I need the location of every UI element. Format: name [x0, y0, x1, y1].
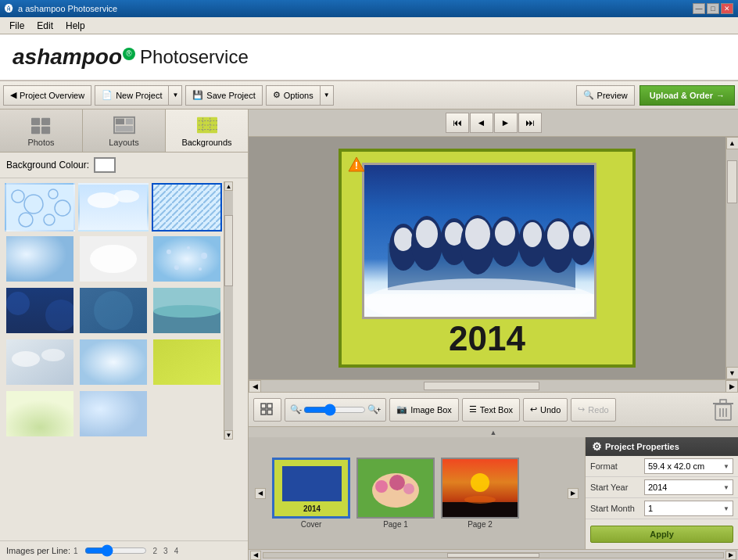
title-bar: 🅐 a ashampoo Photoservice — □ ✕: [0, 0, 738, 17]
redo-button[interactable]: ↪ Redo: [571, 398, 615, 422]
new-project-button[interactable]: 📄 New Project: [95, 85, 169, 106]
filmstrip-item-page1[interactable]: ! Page 1: [356, 458, 435, 529]
undo-button[interactable]: ↩ Undo: [523, 398, 568, 422]
close-button[interactable]: ✕: [721, 3, 733, 14]
svg-point-29: [90, 245, 137, 273]
grid-button[interactable]: [253, 398, 281, 422]
background-item[interactable]: [5, 235, 75, 283]
apply-button[interactable]: Apply: [590, 526, 733, 543]
svg-rect-27: [6, 236, 73, 282]
page2-label: Page 2: [441, 520, 519, 529]
start-month-select[interactable]: 1 ▼: [644, 501, 733, 516]
backgrounds-tab-label: Backgrounds: [169, 138, 245, 147]
background-item[interactable]: [78, 286, 149, 335]
minimize-button[interactable]: —: [693, 3, 705, 14]
filmstrip-expand[interactable]: ▲: [249, 426, 738, 437]
filmstrip-scroll-thumb[interactable]: [447, 553, 539, 558]
svg-rect-5: [115, 119, 124, 124]
background-item[interactable]: [152, 235, 222, 283]
nav-last-button[interactable]: ⏭: [518, 113, 542, 133]
format-select[interactable]: 59.4 x 42.0 cm ▼: [644, 458, 733, 474]
upload-order-button[interactable]: Upload & Order →: [639, 85, 735, 106]
project-overview-label: Project Overview: [20, 91, 84, 100]
scroll-up[interactable]: ▲: [726, 137, 739, 149]
background-item[interactable]: [78, 389, 149, 438]
gear-icon: ⚙: [592, 440, 602, 453]
horizontal-scrollbar[interactable]: ◀ ▶: [249, 379, 738, 392]
nav-first-button[interactable]: ⏮: [446, 113, 469, 133]
project-properties-panel: ⚙ Project Properties Format 59.4 x 42.0 …: [585, 437, 738, 549]
menu-help[interactable]: Help: [59, 19, 91, 33]
background-item[interactable]: [152, 338, 222, 386]
app-title: a ashampoo Photoservice: [18, 4, 117, 13]
zoom-in-plus[interactable]: +: [377, 406, 381, 414]
new-project-icon: 📄: [102, 90, 113, 100]
scroll-track[interactable]: [726, 149, 738, 367]
background-item[interactable]: [5, 286, 75, 335]
search-icon: 🔍: [583, 90, 594, 100]
filmstrip-scroll-track[interactable]: [263, 552, 724, 558]
scroll-up-arrow[interactable]: ▲: [224, 181, 233, 191]
svg-point-99: [471, 473, 489, 492]
project-overview-button[interactable]: ◀ Project Overview: [3, 85, 91, 106]
filmstrip-scroll-left-bar[interactable]: ◀: [250, 551, 261, 560]
right-scrollbar[interactable]: ▲ ▼: [725, 137, 738, 379]
filmstrip-scrollbar[interactable]: ◀ ▶: [249, 549, 738, 560]
ipl-slider[interactable]: [84, 544, 147, 557]
background-scroll-area[interactable]: ▲ ▼: [0, 178, 248, 540]
background-item[interactable]: [78, 183, 149, 232]
text-box-label: Text Box: [480, 405, 513, 415]
layouts-tab-icon: [112, 114, 137, 136]
nav-prev-button[interactable]: ◄: [470, 113, 493, 133]
background-item[interactable]: [5, 183, 75, 232]
tab-backgrounds[interactable]: Backgrounds: [166, 109, 248, 152]
image-box-button[interactable]: 📷 Image Box: [389, 398, 459, 422]
project-overview-icon: ◀: [10, 90, 16, 100]
tab-photos[interactable]: Photos: [0, 109, 83, 152]
center-right-area: ⏮ ◄ ► ⏭ !: [249, 109, 738, 560]
page2-thumbnail[interactable]: !: [441, 458, 519, 519]
page1-thumbnail[interactable]: !: [356, 458, 435, 519]
scroll-thumb-v[interactable]: [727, 160, 737, 204]
scroll-right-arrow[interactable]: ▶: [725, 380, 738, 393]
filmstrip-scroll-right-bar[interactable]: ▶: [725, 551, 736, 560]
scroll-down-arrow[interactable]: ▼: [224, 430, 233, 440]
tab-layouts[interactable]: Layouts: [83, 109, 166, 152]
options-button[interactable]: ⚙ Options: [266, 85, 321, 106]
background-item[interactable]: [78, 338, 149, 386]
filmstrip-scroll-left[interactable]: ◀: [255, 488, 266, 499]
menu-edit[interactable]: Edit: [30, 19, 59, 33]
text-box-button[interactable]: ☰ Text Box: [462, 398, 520, 422]
background-item[interactable]: [5, 389, 75, 438]
filmstrip-item-cover[interactable]: ! 2014 Cover: [272, 458, 350, 529]
scroll-down[interactable]: ▼: [726, 367, 739, 379]
background-item[interactable]: [5, 338, 75, 386]
registered-mark: ®: [123, 48, 135, 60]
preview-button[interactable]: 🔍 Preview: [576, 85, 635, 106]
zoom-out-minus[interactable]: -: [299, 406, 302, 414]
start-year-select[interactable]: 2014 ▼: [644, 479, 733, 495]
filmstrip-item-page2[interactable]: !: [441, 458, 519, 529]
upload-order-label: Upload & Order: [650, 91, 713, 100]
scroll-thumb[interactable]: [224, 215, 233, 287]
new-project-arrow[interactable]: ▼: [169, 85, 182, 106]
svg-rect-21: [80, 185, 147, 230]
menu-file[interactable]: File: [3, 19, 30, 33]
filmstrip-scroll-right[interactable]: ▶: [568, 488, 579, 499]
trash-button[interactable]: [713, 398, 733, 422]
left-panel-scrollbar[interactable]: ▲ ▼: [224, 181, 233, 440]
background-item[interactable]: [152, 183, 222, 232]
background-item[interactable]: [78, 235, 149, 283]
cover-thumbnail[interactable]: ! 2014: [272, 458, 350, 519]
h-scroll-thumb[interactable]: [424, 382, 540, 390]
maximize-button[interactable]: □: [707, 3, 719, 14]
scroll-left-arrow[interactable]: ◀: [249, 380, 261, 393]
options-arrow[interactable]: ▼: [321, 85, 334, 106]
colour-swatch[interactable]: [94, 157, 116, 173]
h-scroll-track[interactable]: [261, 380, 725, 392]
save-project-button[interactable]: 💾 Save Project: [185, 85, 262, 106]
background-item[interactable]: [152, 286, 222, 335]
nav-play-button[interactable]: ►: [494, 113, 518, 133]
start-month-label: Start Month: [590, 504, 641, 513]
zoom-slider[interactable]: [303, 405, 366, 415]
